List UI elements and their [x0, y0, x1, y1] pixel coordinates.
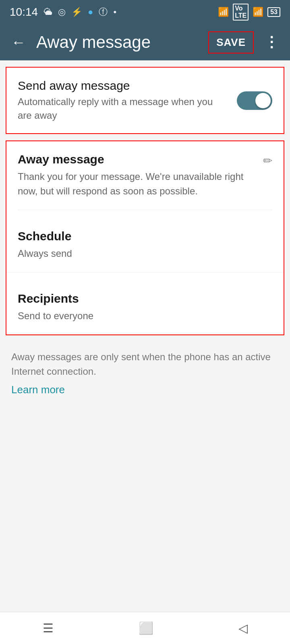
messenger-icon: ⚡	[71, 7, 82, 17]
away-message-section: Away message Thank you for your message.…	[6, 141, 284, 210]
send-away-title: Send away message	[18, 79, 229, 93]
schedule-title: Schedule	[18, 229, 272, 243]
nav-menu-button[interactable]: ☰	[31, 616, 66, 640]
edit-message-button[interactable]: ✏	[257, 153, 272, 167]
facebook-icon: ⓕ	[99, 6, 108, 18]
away-message-row: Away message Thank you for your message.…	[18, 153, 272, 210]
recipients-title: Recipients	[18, 292, 272, 305]
toggle-track	[237, 91, 272, 110]
weather-icon: 🌥	[44, 7, 52, 17]
signal-icon: 📶	[253, 7, 263, 17]
volte-icon: VoLTE	[233, 4, 249, 21]
status-time: 10:14	[10, 6, 38, 19]
schedule-value: Always send	[18, 246, 272, 261]
away-message-value: Thank you for your message. We're unavai…	[18, 169, 257, 198]
content-area: Send away message Automatically reply wi…	[0, 60, 290, 612]
send-away-subtitle: Automatically reply with a message when …	[18, 95, 229, 122]
app-bar: ← Away message SAVE ⋮	[0, 24, 290, 60]
save-button-wrapper: SAVE	[208, 31, 254, 54]
instagram-icon: ◎	[58, 7, 66, 17]
nav-back-button[interactable]: ◁	[226, 616, 260, 640]
recipients-block-inner: Recipients Send to everyone	[18, 282, 272, 334]
away-message-text: Away message Thank you for your message.…	[18, 153, 257, 198]
send-away-row: Send away message Automatically reply wi…	[6, 68, 284, 133]
circle-blue-icon: ●	[88, 7, 93, 17]
wifi-icon: 📶	[218, 7, 229, 17]
away-message-section-title: Away message	[18, 153, 257, 166]
send-away-message-card: Send away message Automatically reply wi…	[6, 67, 284, 134]
nav-home-button[interactable]: ⬜	[126, 616, 166, 640]
send-away-toggle[interactable]	[237, 91, 272, 110]
toggle-thumb	[255, 93, 271, 108]
recipients-value: Send to everyone	[18, 309, 272, 323]
recipients-section[interactable]: Recipients Send to everyone	[6, 272, 284, 334]
battery-icon: 53	[267, 7, 280, 17]
bottom-nav: ☰ ⬜ ◁	[0, 612, 290, 644]
save-button[interactable]: SAVE	[210, 33, 252, 52]
back-button[interactable]: ←	[8, 32, 29, 53]
schedule-section[interactable]: Schedule Always send	[6, 210, 284, 272]
info-text: Away messages are only sent when the pho…	[11, 351, 271, 377]
status-bar: 10:14 🌥 ◎ ⚡ ● ⓕ • 📶 VoLTE 📶 53	[0, 0, 290, 24]
status-bar-right: 📶 VoLTE 📶 53	[218, 4, 280, 21]
more-options-button[interactable]: ⋮	[261, 32, 282, 53]
dot-icon: •	[113, 7, 116, 17]
info-section: Away messages are only sent when the pho…	[0, 342, 290, 406]
status-bar-left: 10:14 🌥 ◎ ⚡ ● ⓕ •	[10, 6, 116, 19]
send-away-text: Send away message Automatically reply wi…	[18, 79, 237, 122]
away-message-details-card: Away message Thank you for your message.…	[6, 140, 284, 335]
page-title: Away message	[36, 33, 201, 52]
learn-more-link[interactable]: Learn more	[11, 382, 65, 398]
schedule-block-inner: Schedule Always send	[18, 220, 272, 272]
